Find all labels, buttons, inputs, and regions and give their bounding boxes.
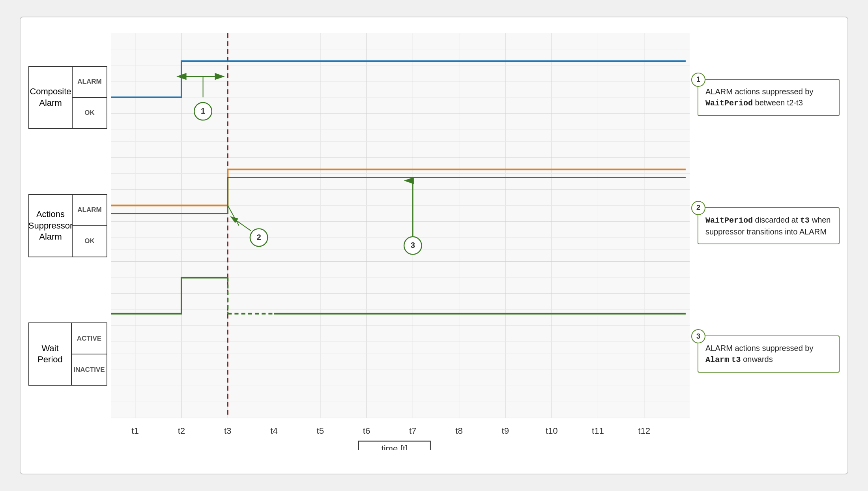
composite-alarm-label: Composite Alarm ALARM OK [28, 66, 107, 129]
labels-column: Composite Alarm ALARM OK Actions Suppres… [28, 33, 107, 450]
svg-text:t7: t7 [409, 426, 417, 436]
annotation-3-text: ALARM actions suppressed by Alarm t3 onw… [705, 344, 813, 364]
chart-svg: 1 2 3 t1 t2 t3 t4 t5 t6 [111, 33, 690, 450]
suppressor-alarm-states: ALARM OK [73, 195, 107, 257]
svg-text:time [t]: time [t] [381, 444, 408, 450]
diagram-container: Composite Alarm ALARM OK Actions Suppres… [20, 17, 848, 474]
svg-text:t9: t9 [502, 426, 509, 436]
suppressor-alarm-state-alarm: ALARM [73, 195, 107, 226]
svg-text:t10: t10 [546, 426, 558, 436]
wait-period-title: Wait Period [29, 323, 72, 385]
chart-area: 1 2 3 t1 t2 t3 t4 t5 t6 [111, 33, 690, 450]
annotation-2-text: WaitPeriod discarded at t3 when suppress… [705, 216, 831, 236]
svg-rect-0 [111, 33, 690, 418]
composite-alarm-title: Composite Alarm [29, 67, 73, 128]
wait-period-state-inactive: INACTIVE [72, 354, 107, 385]
svg-text:3: 3 [411, 241, 415, 249]
suppressor-alarm-label: Actions Suppressor Alarm ALARM OK [28, 194, 107, 257]
svg-text:t8: t8 [455, 426, 463, 436]
composite-alarm-states: ALARM OK [73, 67, 107, 128]
svg-text:t4: t4 [270, 426, 278, 436]
main-area: Composite Alarm ALARM OK Actions Suppres… [28, 33, 840, 450]
annotations-column: 1 ALARM actions suppressed by WaitPeriod… [690, 33, 840, 450]
wait-period-states: ACTIVE INACTIVE [72, 323, 107, 385]
svg-text:t3: t3 [224, 426, 232, 436]
svg-text:t12: t12 [638, 426, 650, 436]
composite-alarm-state-ok: OK [73, 98, 107, 128]
annotation-1-text: ALARM actions suppressed by WaitPeriod b… [705, 87, 813, 107]
annotation-3: 3 ALARM actions suppressed by Alarm t3 o… [698, 335, 840, 373]
svg-text:2: 2 [256, 233, 261, 242]
composite-alarm-state-alarm: ALARM [73, 67, 107, 98]
svg-text:t1: t1 [131, 426, 139, 436]
annotation-2-number: 2 [691, 201, 705, 215]
svg-text:1: 1 [201, 107, 205, 115]
svg-text:t6: t6 [363, 426, 370, 436]
annotation-1: 1 ALARM actions suppressed by WaitPeriod… [698, 79, 840, 116]
annotation-1-number: 1 [691, 73, 705, 87]
svg-text:t11: t11 [592, 426, 604, 436]
wait-period-label: Wait Period ACTIVE INACTIVE [28, 322, 107, 386]
annotation-2: 2 WaitPeriod discarded at t3 when suppre… [698, 207, 840, 244]
suppressor-alarm-title: Actions Suppressor Alarm [29, 195, 73, 257]
suppressor-alarm-state-ok: OK [73, 226, 107, 257]
wait-period-state-active: ACTIVE [72, 323, 107, 354]
svg-text:t5: t5 [317, 426, 324, 436]
svg-text:t2: t2 [178, 426, 185, 436]
annotation-3-number: 3 [691, 329, 705, 343]
